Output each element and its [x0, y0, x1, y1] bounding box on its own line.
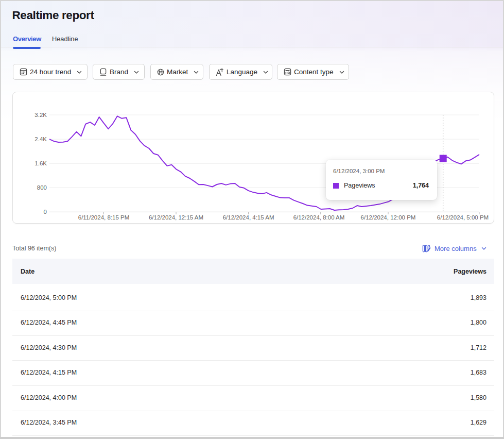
svg-text:800: 800: [37, 184, 47, 191]
svg-text:3.2K: 3.2K: [34, 112, 47, 118]
svg-text:6/12/2024, 4:15 AM: 6/12/2024, 4:15 AM: [223, 214, 274, 221]
svg-text:6/12/2024, 8:00 AM: 6/12/2024, 8:00 AM: [293, 214, 345, 221]
svg-text:0: 0: [44, 209, 47, 215]
svg-text:6/12/2024, 5:00 PM: 6/12/2024, 5:00 PM: [437, 214, 489, 221]
svg-text:2.4K: 2.4K: [34, 136, 47, 142]
svg-text:6/12/2024, 12:00 PM: 6/12/2024, 12:00 PM: [361, 214, 416, 221]
svg-text:6/12/2024, 12:15 AM: 6/12/2024, 12:15 AM: [149, 214, 203, 221]
svg-text:6/11/2024, 8:15 PM: 6/11/2024, 8:15 PM: [78, 214, 130, 221]
svg-text:1.6K: 1.6K: [34, 160, 47, 166]
